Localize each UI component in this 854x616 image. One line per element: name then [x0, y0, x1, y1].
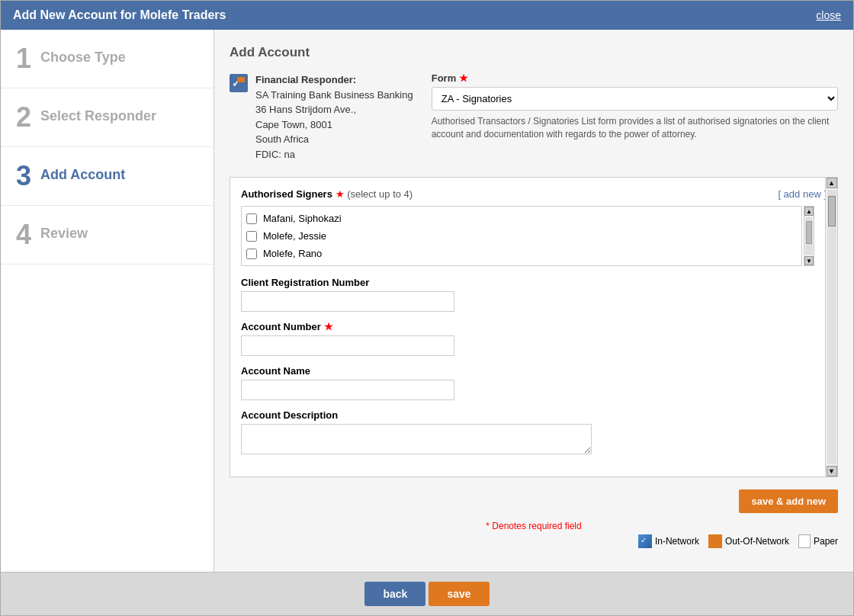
responder-details: Financial Responder: SA Training Bank Bu…: [255, 72, 413, 162]
signer-name-2: Molefe, Jessie: [263, 230, 326, 242]
account-number-required-star: ★: [324, 321, 333, 332]
signers-scroll-track: [805, 217, 813, 255]
form-scrollbar: ▲ ▼: [825, 178, 837, 476]
form-scroll-up[interactable]: ▲: [827, 178, 837, 188]
responder-address1: 36 Hans Strijdom Ave.,: [255, 102, 413, 117]
step-label-2: Select Responder: [40, 108, 156, 124]
sidebar: 1 Choose Type 2 Select Responder 3 Add A…: [1, 30, 214, 572]
paper-label: Paper: [814, 536, 838, 547]
client-reg-group: Client Registration Number: [241, 277, 827, 312]
authorised-signers-header: Authorised Signers ★ (select up to 4) [ …: [241, 188, 827, 200]
client-reg-input[interactable]: [241, 291, 454, 312]
modal-body: 1 Choose Type 2 Select Responder 3 Add A…: [1, 30, 853, 572]
signer-item-2: Molefe, Jessie: [245, 227, 798, 245]
signers-container: Mafani, Siphokazi Molefe, Jessie Molefe,…: [241, 206, 814, 266]
save-add-new-button[interactable]: save & add new: [739, 489, 838, 513]
out-network-label: Out-Of-Network: [725, 536, 789, 547]
legend-in-network: In-Network: [638, 534, 699, 548]
signer-item-3: Molefe, Rano: [245, 245, 798, 262]
step-number-1: 1: [16, 45, 31, 72]
signer-item-1: Mafani, Siphokazi: [245, 210, 798, 227]
step-label-3: Add Account: [40, 167, 125, 183]
client-reg-label: Client Registration Number: [241, 277, 827, 288]
step-label-4: Review: [40, 226, 88, 242]
legend-paper: Paper: [798, 534, 838, 548]
responder-bank-name: SA Training Bank Business Banking: [255, 88, 413, 103]
account-number-group: Account Number ★: [241, 321, 827, 356]
account-number-label: Account Number ★: [241, 321, 827, 332]
form-scroll-thumb[interactable]: [828, 196, 836, 226]
account-name-label: Account Name: [241, 365, 827, 377]
signers-scroll-thumb[interactable]: [806, 221, 812, 244]
account-number-input[interactable]: [241, 335, 454, 356]
modal-header: Add New Account for Molefe Traders close: [1, 1, 853, 30]
signers-scrollbar: ▲ ▼: [804, 206, 814, 266]
account-name-input[interactable]: [241, 380, 454, 400]
sidebar-item-review[interactable]: 4 Review: [1, 206, 214, 265]
signer-scroll-up[interactable]: ▲: [804, 207, 814, 216]
add-new-link[interactable]: [ add new ]: [778, 188, 827, 200]
account-name-group: Account Name: [241, 365, 827, 400]
signer-name-3: Molefe, Rano: [263, 248, 322, 259]
required-note: * Denotes required field: [230, 521, 838, 531]
financial-responder-icon: ✓: [230, 74, 248, 92]
legend-out-of-network: Out-Of-Network: [708, 534, 789, 548]
responder-name-label: Financial Responder:: [255, 72, 413, 88]
form-required-star: ★: [459, 72, 468, 84]
form-scroll-track: [827, 190, 836, 464]
in-network-icon: [638, 534, 652, 548]
account-description-input[interactable]: [241, 424, 592, 454]
footer-actions: save & add new: [230, 485, 838, 518]
sidebar-item-choose-type[interactable]: 1 Choose Type: [1, 30, 214, 88]
responder-info: ✓ Financial Responder: SA Training Bank …: [230, 72, 413, 162]
form-select[interactable]: ZA - Signatories: [432, 87, 838, 111]
step-label-1: Choose Type: [40, 50, 126, 66]
modal-container: Add New Account for Molefe Traders close…: [0, 0, 854, 616]
form-select-description: Authorised Transactors / Signatories Lis…: [432, 115, 838, 141]
select-limit: (select up to 4): [347, 188, 413, 200]
responder-box: ✓ Financial Responder: SA Training Bank …: [230, 72, 838, 162]
signer-checkbox-1[interactable]: [246, 213, 257, 224]
account-description-label: Account Description: [241, 409, 827, 421]
form-area: Authorised Signers ★ (select up to 4) [ …: [230, 177, 838, 477]
close-button[interactable]: close: [816, 9, 841, 21]
main-content: Add Account ✓ Financial Responder: SA Tr: [214, 30, 853, 572]
authorised-signers-label: Authorised Signers ★ (select up to 4): [241, 188, 413, 200]
account-description-group: Account Description: [241, 409, 827, 457]
sidebar-item-add-account[interactable]: 3 Add Account: [1, 147, 214, 206]
responder-country: South Africa: [255, 132, 413, 147]
legend-area: In-Network Out-Of-Network Paper: [230, 534, 838, 548]
modal-title: Add New Account for Molefe Traders: [13, 8, 226, 22]
form-section: Form ★ ZA - Signatories Authorised Trans…: [432, 72, 838, 141]
modal-footer: back save: [1, 572, 853, 615]
step-number-2: 2: [16, 104, 31, 131]
signer-checkbox-2[interactable]: [246, 231, 257, 242]
form-scroll-down[interactable]: ▼: [827, 466, 837, 476]
signer-scroll-down[interactable]: ▼: [804, 256, 814, 265]
in-network-label: In-Network: [655, 536, 699, 547]
signers-box: Mafani, Siphokazi Molefe, Jessie Molefe,…: [241, 206, 802, 266]
signer-checkbox-3[interactable]: [246, 249, 257, 259]
responder-fdic: FDIC: na: [255, 147, 413, 162]
back-button[interactable]: back: [364, 582, 425, 606]
step-number-3: 3: [16, 162, 31, 190]
svg-rect-2: [237, 77, 245, 82]
sidebar-item-select-responder[interactable]: 2 Select Responder: [1, 88, 214, 147]
form-label: Form ★: [432, 72, 838, 84]
step-number-4: 4: [16, 221, 31, 249]
paper-icon: [798, 534, 811, 548]
responder-address2: Cape Town, 8001: [255, 117, 413, 133]
signer-name-1: Mafani, Siphokazi: [263, 213, 342, 224]
save-button[interactable]: save: [429, 582, 489, 606]
section-title: Add Account: [230, 45, 838, 60]
out-network-icon: [708, 534, 722, 548]
